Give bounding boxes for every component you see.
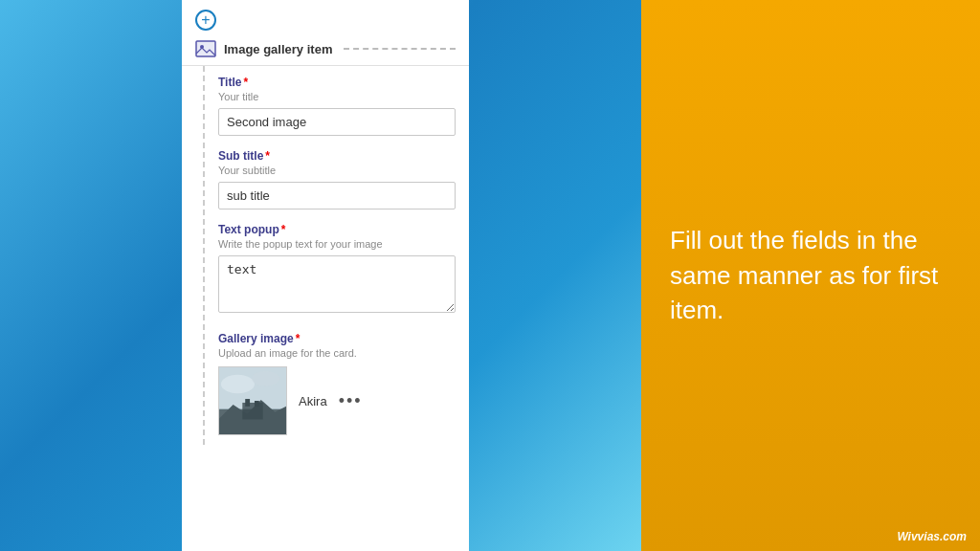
watermark-suffix: .com	[940, 530, 967, 543]
watermark: Wivvias.com	[897, 530, 967, 543]
title-placeholder: Your title	[218, 91, 456, 102]
title-label: Title*	[218, 76, 456, 89]
gallery-image-section: Gallery image* Upload an image for the c…	[218, 332, 456, 435]
image-preview-row: Akira •••	[218, 366, 456, 435]
text-popup-input[interactable]	[218, 255, 456, 313]
right-panel-text: Fill out the fields in the same manner a…	[670, 223, 951, 327]
text-popup-label: Text popup*	[218, 223, 456, 236]
subtitle-label: Sub title*	[218, 149, 456, 163]
svg-rect-9	[245, 399, 250, 407]
image-thumbnail	[218, 366, 287, 435]
text-popup-placeholder: Write the popup text for your image	[218, 238, 456, 250]
gallery-image-required: *	[296, 332, 301, 345]
svg-point-4	[221, 375, 255, 393]
watermark-text: Wivvias	[897, 530, 940, 543]
thumbnail-image	[219, 367, 286, 434]
subtitle-input[interactable]	[218, 182, 456, 209]
add-button-row: +	[182, 0, 469, 36]
right-panel: Fill out the fields in the same manner a…	[641, 0, 980, 551]
gallery-item-label: Image gallery item	[224, 42, 336, 56]
form-panel: + Image gallery item Title* Your title S…	[182, 0, 469, 551]
image-filename: Akira	[299, 394, 327, 408]
svg-point-5	[252, 371, 279, 386]
dashed-separator	[344, 48, 456, 50]
image-gallery-icon	[195, 40, 216, 57]
subtitle-required: *	[265, 149, 270, 163]
title-required: *	[243, 76, 248, 89]
image-more-button[interactable]: •••	[339, 391, 363, 411]
svg-rect-0	[196, 41, 215, 56]
title-input[interactable]	[218, 108, 456, 136]
add-icon[interactable]: +	[195, 10, 216, 31]
subtitle-placeholder: Your subtitle	[218, 165, 456, 176]
text-popup-required: *	[281, 223, 286, 236]
gallery-image-placeholder: Upload an image for the card.	[218, 347, 456, 359]
gallery-item-header: Image gallery item	[182, 36, 469, 66]
gallery-image-label: Gallery image*	[218, 332, 456, 345]
form-content: Title* Your title Sub title* Your subtit…	[203, 66, 469, 445]
svg-rect-10	[255, 401, 259, 407]
